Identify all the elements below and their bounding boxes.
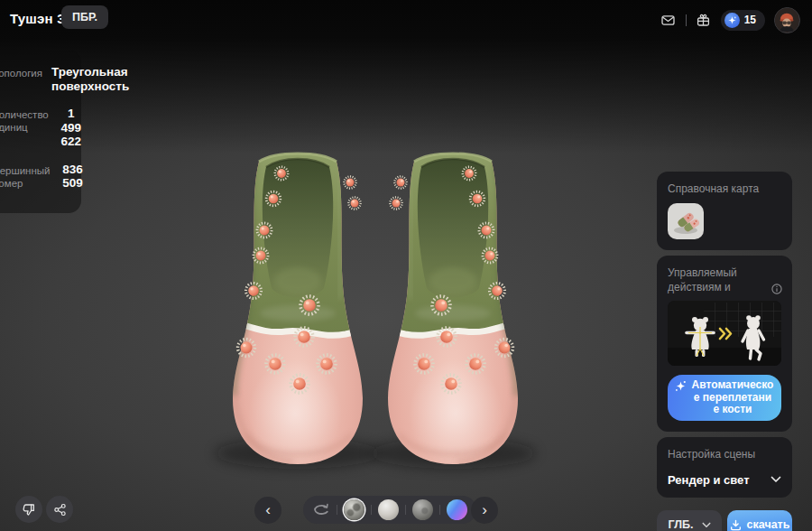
divider [686,14,687,26]
format-dropdown[interactable]: ГЛБ. [657,510,722,531]
download-icon [730,519,742,531]
chevron-down-icon [770,476,781,483]
sparkle-icon [675,380,687,392]
mail-icon[interactable] [660,12,677,28]
reference-map-panel: Справочная карта [657,172,792,250]
next-arrow: › [482,502,487,517]
auto-rigging-button[interactable]: Автоматическое переплетание кости [668,375,781,421]
export-bar: ГЛБ. скачать [657,510,792,531]
material-option-normal-map[interactable] [447,499,467,520]
render-light-value: Рендер и свет [668,473,750,487]
stat-row-vertex-count: Вершинный номер 836 509 [0,163,81,191]
avatar[interactable] [774,7,800,33]
right-sidebar: Справочная карта [657,172,792,531]
share-button[interactable] [46,496,73,523]
divider [439,505,440,515]
gift-icon[interactable] [696,12,712,28]
divider [405,505,406,515]
stat-row-face-count: Количество единиц 1 499 622 [0,107,81,149]
download-label: скачать [747,518,790,531]
material-option-clay[interactable] [378,499,399,520]
download-button[interactable]: скачать [727,510,792,531]
rigging-panel-title: Управляемый действиям и [668,266,786,294]
rotate-view-button[interactable] [312,503,330,517]
header: Тушэн 3D ПБР. [0,0,812,40]
material-option-textured[interactable] [344,499,364,520]
pbr-badge[interactable]: ПБР. [61,5,108,29]
next-model-button[interactable]: › [471,497,498,524]
credit-coin-icon [724,13,740,28]
share-icon [53,503,67,517]
format-value: ГЛБ. [668,518,693,531]
scene-settings-panel: Настройка сцены Рендер и свет [657,437,792,498]
reference-map-title: Справочная карта [668,182,781,196]
stat-label: Топология [0,65,42,79]
auto-rigging-button-label: Автоматическое переплетание кости [691,379,774,416]
info-icon[interactable] [771,282,782,298]
rotate-icon [312,503,330,517]
dislike-button[interactable] [15,496,42,523]
stat-label: Количество единиц [0,107,49,134]
divider [337,505,337,515]
reference-image-thumbnail[interactable] [668,203,704,239]
prev-model-button[interactable]: ‹ [254,497,281,524]
material-option-matcap[interactable] [412,499,433,520]
render-light-select[interactable]: Рендер и свет [668,473,781,487]
scene-settings-title: Настройка сцены [668,447,781,461]
model-stats-panel: Топология Треугольная поверхность Количе… [0,51,81,213]
stat-value: 836 509 [60,163,87,191]
rigging-preview-image [668,301,781,366]
prev-arrow: ‹ [265,502,271,517]
thumbs-down-icon [22,502,36,517]
stat-value: 1 499 622 [58,107,85,149]
stat-value: Треугольная поверхность [51,65,115,93]
stat-label: Вершинный номер [0,163,51,190]
material-view-switcher [303,496,476,524]
app-root: Тушэн 3D ПБР. [0,0,812,531]
rigging-panel: Управляемый действиям и [657,256,792,432]
stat-row-topology: Топология Треугольная поверхность [0,65,81,93]
credits-pill[interactable]: 15 [721,10,765,31]
header-actions: 15 [660,4,800,36]
divider [371,505,372,515]
chevron-down-icon [702,522,711,528]
credits-count: 15 [744,14,756,26]
